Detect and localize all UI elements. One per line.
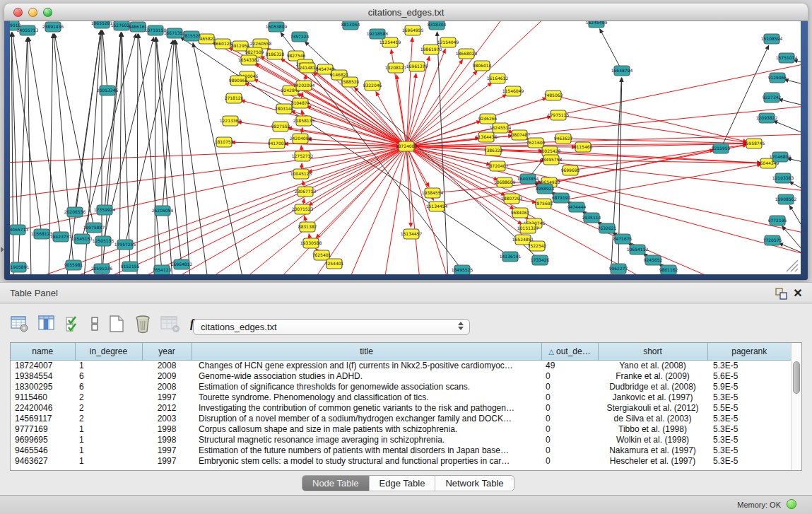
graph-node[interactable]: 9474444 <box>567 202 587 212</box>
table-cell[interactable]: Dudbridge et al. (2008) <box>598 381 707 392</box>
graph-node[interactable]: 10807487 <box>509 130 531 140</box>
graph-node[interactable]: 11905891 <box>10 262 29 272</box>
table-cell[interactable]: 49 <box>541 360 598 370</box>
table-cell[interactable]: Franke et al. (2009) <box>598 370 707 381</box>
graph-node[interactable]: 18720407 <box>487 161 509 171</box>
graph-node[interactable]: 1733426 <box>531 255 550 265</box>
graph-node[interactable]: 19330588 <box>300 238 322 248</box>
graph-node[interactable]: 10045125 <box>290 169 312 179</box>
column-header-in-degree[interactable]: in_degree <box>75 343 142 360</box>
graph-node[interactable]: 15108594 <box>761 34 783 44</box>
graph-node[interactable]: 18724007 <box>396 141 418 151</box>
graph-node[interactable]: 9699695 <box>561 165 580 175</box>
graph-node[interactable]: 9245652 <box>644 255 663 265</box>
table-cell[interactable]: 9115460 <box>11 392 75 402</box>
graph-node[interactable]: 14202094 <box>293 81 315 90</box>
graph-node[interactable]: 9152155 <box>121 262 140 271</box>
table-cell[interactable]: 5.3E-5 <box>707 455 791 466</box>
graph-node[interactable]: 8104874 <box>291 98 310 108</box>
graph-node[interactable]: 9962277 <box>609 264 628 274</box>
column-header-title[interactable]: title <box>192 343 541 360</box>
graph-node[interactable]: 16403954 <box>517 174 539 184</box>
table-cell[interactable]: 2 <box>75 402 142 413</box>
graph-node[interactable]: 12213363 <box>220 116 242 126</box>
table-cell[interactable]: Wolkin et al. (1998) <box>598 434 707 445</box>
graph-node[interactable]: 7654123 <box>153 265 172 274</box>
select-columns-icon[interactable] <box>65 315 82 333</box>
graph-node[interactable]: 1588520 <box>341 77 360 87</box>
table-cell[interactable]: 1 <box>75 360 142 370</box>
graph-node[interactable]: 9227342 <box>763 93 782 103</box>
column-header-out-degree[interactable]: △out_de… <box>541 343 598 360</box>
graph-node[interactable]: 24204098 <box>290 134 312 144</box>
graph-node[interactable]: 7522542 <box>528 241 547 251</box>
graph-node[interactable]: 6772195 <box>768 216 787 226</box>
row-height-icon[interactable] <box>90 315 100 333</box>
table-cell[interactable]: 6 <box>75 370 142 381</box>
graph-node[interactable]: 8831387 <box>298 222 317 232</box>
graph-node[interactable]: 2935114 <box>582 213 601 223</box>
table-cell[interactable]: 1998 <box>142 424 192 434</box>
table-cell[interactable]: 1 <box>75 445 142 455</box>
table-row[interactable]: 2242004622012Investigating the contribut… <box>11 402 791 413</box>
graph-node[interactable]: 19861970 <box>420 45 442 54</box>
graph-node[interactable]: 9417003 <box>268 139 287 148</box>
graph-node[interactable]: 15908562 <box>775 194 797 204</box>
table-cell[interactable]: 0 <box>541 381 598 392</box>
table-cell[interactable]: 0 <box>541 370 598 381</box>
create-column-icon[interactable] <box>107 314 126 334</box>
table-cell[interactable]: 19384554 <box>11 370 75 381</box>
table-cell[interactable]: 2 <box>75 392 142 402</box>
table-cell[interactable]: Estimation of significance thresholds fo… <box>192 381 541 392</box>
table-cell[interactable]: Nakamura et al. (1997) <box>598 445 707 455</box>
graph-node[interactable]: 9890966 <box>229 76 248 86</box>
close-panel-icon[interactable]: ✕ <box>792 286 804 300</box>
table-cell[interactable]: 1998 <box>142 434 192 445</box>
table-cell[interactable]: 5.3E-5 <box>707 413 791 424</box>
graph-node[interactable]: 14136141 <box>500 252 522 262</box>
table-cell[interactable]: Genome-wide association studies in ADHD. <box>192 370 541 381</box>
table-cell[interactable]: 5.5E-5 <box>707 402 791 413</box>
graph-node[interactable]: 16648794 <box>611 66 633 76</box>
graph-node[interactable]: 7720575 <box>763 235 782 245</box>
graph-node[interactable]: 20053346 <box>97 86 119 95</box>
graph-node[interactable]: 11364436 <box>476 132 498 142</box>
tab-edge-table[interactable]: Edge Table <box>370 476 436 491</box>
table-cell[interactable]: Tourette syndrome. Phenomenology and cla… <box>192 392 541 402</box>
network-graph-svg[interactable]: 1872400774658228660128891295422260558982… <box>10 21 801 274</box>
graph-node[interactable]: 8660128 <box>213 39 233 49</box>
table-cell[interactable]: Estimation of the future numbers of pati… <box>192 445 541 455</box>
graph-node[interactable]: 9861162 <box>659 265 678 274</box>
table-cell[interactable]: 2008 <box>142 360 192 370</box>
graph-node[interactable]: 12093822 <box>756 113 778 123</box>
graph-node[interactable]: 7875692 <box>534 199 553 209</box>
graph-node[interactable]: 16245514 <box>490 123 512 133</box>
graph-node[interactable]: 11568123 <box>31 229 53 239</box>
graph-node[interactable]: 23891436 <box>42 22 64 32</box>
table-cell[interactable]: Investigating the contribution of common… <box>192 402 541 413</box>
table-cell[interactable]: 0 <box>541 402 598 413</box>
table-scrollbar-thumb[interactable] <box>793 361 800 394</box>
table-mode-icon[interactable] <box>10 315 30 333</box>
graph-node[interactable]: 10688609 <box>494 177 516 187</box>
table-cell[interactable]: 0 <box>541 392 598 402</box>
graph-node[interactable]: 9115460 <box>574 142 593 152</box>
graph-node[interactable]: 15134454 <box>426 201 448 211</box>
table-cell[interactable]: de Silva et al. (2003) <box>598 413 707 424</box>
table-cell[interactable]: 2003 <box>142 413 192 424</box>
table-cell[interactable]: 5.3E-5 <box>707 360 791 370</box>
graph-node[interactable]: 7632621 <box>598 223 617 233</box>
memory-indicator[interactable] <box>787 499 796 509</box>
network-canvas[interactable]: 1872400774658228660128891295422260558982… <box>10 21 801 274</box>
graph-node[interactable]: 20591036 <box>91 264 113 274</box>
table-cell[interactable]: Hescheler et al. (1997) <box>598 455 707 466</box>
graph-node[interactable]: 13495758 <box>541 155 563 165</box>
float-panel-icon[interactable] <box>774 287 789 300</box>
graph-node[interactable]: 16964812 <box>171 259 193 269</box>
graph-node[interactable]: 8215955 <box>712 144 731 153</box>
table-cell[interactable]: 6 <box>75 381 142 392</box>
table-row[interactable]: 946554611997Estimation of the future num… <box>11 445 791 455</box>
tab-network-table[interactable]: Network Table <box>435 476 513 491</box>
graph-node[interactable]: 9055981 <box>64 260 83 270</box>
graph-node[interactable]: 7386322 <box>484 146 503 156</box>
